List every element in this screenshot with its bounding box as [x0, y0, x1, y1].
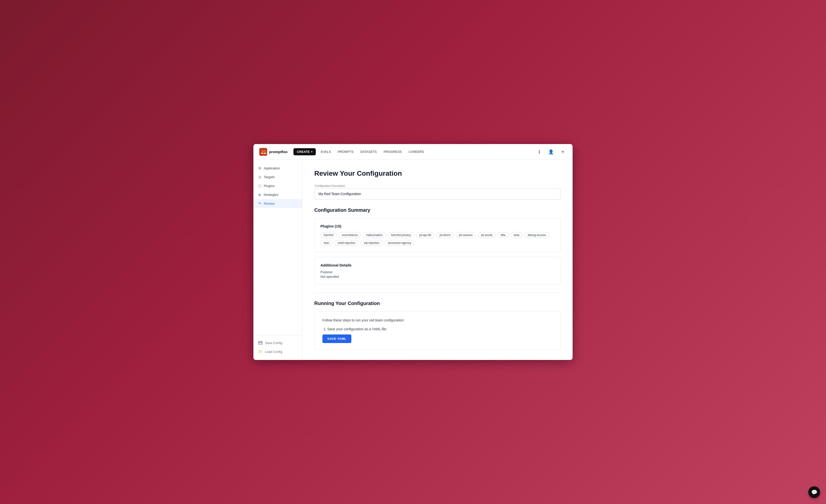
save-icon: 💾 — [258, 341, 262, 345]
sidebar-item-application[interactable]: ⊞ Application — [253, 164, 302, 173]
plugin-tag: bola — [511, 232, 523, 238]
sidebar-bottom: 💾 Save Config 📁 Load Config — [253, 335, 302, 356]
config-desc-label: Configuration Description — [314, 184, 561, 187]
create-label: CREATE — [297, 150, 310, 153]
sidebar-item-review[interactable]: ✎ Review — [253, 199, 302, 208]
plugin-tag: shell-injection — [335, 240, 359, 246]
sidebar-load-config-label: Load Config — [265, 350, 282, 354]
configuration-summary-heading: Configuration Summary — [314, 207, 561, 213]
info-button[interactable]: ℹ — [535, 148, 543, 156]
running-steps-intro: Follow these steps to run your red team … — [322, 318, 553, 322]
sidebar: ⊞ Application ◎ Targets ⬡ Plugins ◈ Stra… — [253, 160, 302, 360]
plugin-tag: harmful — [320, 232, 337, 238]
purpose-label: Purpose — [320, 270, 555, 274]
plugins-card-title: Plugins (15) — [320, 224, 555, 228]
nav-progress[interactable]: PROGRESS — [380, 148, 405, 155]
nav-evals[interactable]: EVALS — [318, 148, 334, 155]
running-section: Running Your Configuration Follow these … — [314, 301, 561, 350]
plugins-tags-container: harmfuloverreliancehallucinationharmful:… — [320, 232, 555, 246]
plugin-tag: pii:session — [456, 232, 476, 238]
sidebar-item-label-plugins: Plugins — [264, 184, 275, 188]
plugin-tag: bfla — [497, 232, 509, 238]
running-heading: Running Your Configuration — [314, 301, 561, 306]
logo-icon: 🦊 — [259, 148, 267, 156]
strategies-icon: ◈ — [258, 193, 261, 197]
nav-datasets[interactable]: DATASETS — [357, 148, 380, 155]
purpose-value: Not specified — [320, 275, 555, 278]
additional-details-card: Additional Details Purpose Not specified — [314, 257, 561, 285]
sidebar-item-load-config[interactable]: 📁 Load Config — [253, 347, 302, 356]
grid-icon: ⊞ — [258, 166, 261, 170]
plugin-tag: pii:direct — [436, 232, 454, 238]
plugins-card: Plugins (15) harmfuloverreliancehallucin… — [314, 218, 561, 252]
sidebar-item-strategies[interactable]: ◈ Strategies — [253, 190, 302, 199]
sidebar-item-targets[interactable]: ◎ Targets — [253, 173, 302, 181]
header-actions: ℹ 👤 ☀ — [535, 148, 567, 156]
logo-area: 🦊 promptfoo — [259, 148, 288, 156]
chat-bubble-button[interactable]: 💬 — [808, 486, 820, 498]
review-icon: ✎ — [258, 201, 261, 205]
sidebar-save-config-label: Save Config — [265, 341, 282, 345]
plugin-tag: rbac — [320, 240, 333, 246]
plugin-tag: excessive-agency — [385, 240, 414, 246]
app-header: 🦊 promptfoo CREATE ▾ EVALS PROMPTS DATAS… — [253, 144, 573, 160]
plugins-icon: ⬡ — [258, 184, 261, 188]
sidebar-item-plugins[interactable]: ⬡ Plugins — [253, 181, 302, 190]
plugin-tag: sql-injection — [361, 240, 382, 246]
plugin-tag: overreliance — [339, 232, 361, 238]
sidebar-item-label-strategies: Strategies — [263, 193, 279, 197]
section-divider — [314, 293, 561, 293]
svg-text:🦊: 🦊 — [260, 149, 267, 155]
main-layout: ⊞ Application ◎ Targets ⬡ Plugins ◈ Stra… — [253, 160, 573, 360]
save-yaml-button[interactable]: SAVE YAML — [322, 334, 351, 343]
sidebar-item-label-application: Application — [264, 166, 280, 170]
folder-icon: 📁 — [258, 350, 262, 354]
sidebar-item-label-review: Review — [264, 202, 275, 205]
create-button[interactable]: CREATE ▾ — [293, 148, 316, 155]
config-description-section: Configuration Description — [314, 184, 561, 199]
step1-label: Save your configuration as a YAML file: — [327, 327, 553, 331]
chevron-down-icon: ▾ — [311, 150, 312, 153]
nav-prompts[interactable]: PROMPTS — [335, 148, 356, 155]
targets-icon: ◎ — [258, 175, 261, 179]
main-content: Review Your Configuration Configuration … — [302, 160, 573, 360]
plugin-tag: harmful:privacy — [388, 232, 414, 238]
additional-details-title: Additional Details — [320, 263, 555, 267]
plugin-tag: pii:api-db — [416, 232, 434, 238]
plugin-tag: hallucination — [363, 232, 386, 238]
chat-icon: 💬 — [811, 489, 817, 495]
app-logo-text: promptfoo — [269, 150, 288, 154]
account-button[interactable]: 👤 — [547, 148, 555, 156]
plugin-tag: debug-access — [525, 232, 549, 238]
nav-careers[interactable]: CAREERS — [406, 148, 427, 155]
sidebar-item-save-config[interactable]: 💾 Save Config — [253, 338, 302, 347]
header-nav: CREATE ▾ EVALS PROMPTS DATASETS PROGRESS… — [293, 148, 535, 155]
sidebar-nav: ⊞ Application ◎ Targets ⬡ Plugins ◈ Stra… — [253, 164, 302, 335]
page-title: Review Your Configuration — [314, 170, 561, 177]
running-card: Follow these steps to run your red team … — [314, 311, 561, 350]
config-description-input[interactable] — [314, 188, 561, 199]
sidebar-item-label-targets: Targets — [264, 175, 275, 179]
plugin-tag: pii:social — [478, 232, 495, 238]
theme-toggle-button[interactable]: ☀ — [559, 148, 567, 156]
